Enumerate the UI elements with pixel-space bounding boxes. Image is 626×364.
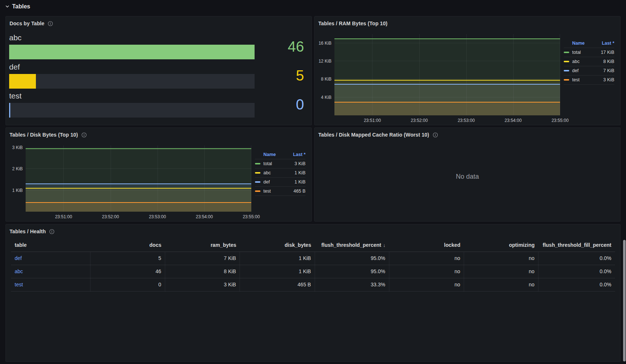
legend-row-test: test 3 KiB	[564, 75, 614, 85]
bar-value: 5	[255, 68, 304, 83]
bar-row-abc: abc 46	[9, 33, 304, 59]
panel-title[interactable]: Tables / Disk Bytes (Top 10)	[10, 132, 78, 138]
vertical-scrollbar-thumb[interactable]	[623, 240, 626, 361]
column-header-flush-threshold-percent[interactable]: flush_threshold_percent↓	[315, 241, 389, 252]
series-color-swatch	[564, 61, 569, 62]
cell-flush-threshold-fill-percent: 0.0%	[538, 252, 615, 265]
series-color-swatch	[564, 70, 569, 71]
legend-name-header[interactable]: Name	[263, 152, 293, 157]
panel-header: Tables / Disk Bytes (Top 10)	[6, 128, 311, 142]
info-icon[interactable]	[433, 132, 438, 138]
gridline	[26, 147, 251, 148]
bar-track	[9, 103, 255, 118]
cell-flush-threshold-percent: 95.0%	[315, 252, 389, 265]
bar-fill	[9, 103, 10, 118]
cell-docs: 46	[90, 265, 165, 278]
cell-flush-threshold-percent: 33.3%	[315, 278, 389, 291]
cell-disk-bytes: 1 KiB	[240, 252, 315, 265]
column-header-optimizing[interactable]: optimizing	[464, 241, 538, 252]
y-axis-tick: 16 KiB	[319, 41, 331, 46]
legend-row-def: def 1 KiB	[255, 178, 305, 187]
bar-track	[9, 74, 255, 89]
legend-row-abc: abc 1 KiB	[255, 168, 305, 178]
legend-name-header[interactable]: Name	[572, 41, 602, 46]
info-icon[interactable]	[81, 132, 87, 138]
column-header-disk-bytes[interactable]: disk_bytes	[240, 241, 315, 252]
y-axis-tick: 8 KiB	[321, 77, 331, 82]
legend-series-name[interactable]: total	[263, 161, 295, 166]
row-title: Tables	[12, 3, 30, 10]
panel-header: Docs by Table	[6, 16, 311, 30]
column-header-ram-bytes[interactable]: ram_bytes	[165, 241, 240, 252]
y-axis-tick: 3 KiB	[12, 145, 23, 150]
legend-series-value: 17 KiB	[601, 50, 614, 55]
legend-series-name[interactable]: total	[572, 50, 601, 55]
legend-row-def: def 7 KiB	[564, 66, 614, 75]
column-header-table[interactable]: table	[11, 241, 90, 252]
info-icon[interactable]	[48, 21, 53, 26]
legend-series-value: 1 KiB	[295, 179, 305, 185]
legend-last-header[interactable]: Last *	[602, 41, 614, 46]
panel-title[interactable]: Tables / Disk Mapped Cache Ratio (Worst …	[318, 132, 429, 138]
panel-disk-bytes: Tables / Disk Bytes (Top 10) 3 KiB 2 KiB…	[5, 127, 312, 222]
legend-header: Name Last *	[255, 150, 305, 159]
cell-optimizing: no	[464, 278, 538, 291]
legend-series-value: 8 KiB	[603, 59, 614, 64]
legend-header: Name Last *	[564, 39, 614, 48]
table-name-link[interactable]: abc	[15, 268, 23, 274]
table-row: abc 46 8 KiB 1 KiB 95.0% no no 0.0%	[11, 265, 615, 278]
panel-docs-by-table: Docs by Table abc 46 def 5	[5, 16, 312, 125]
series-area-test	[26, 202, 251, 212]
series-color-swatch	[564, 52, 569, 53]
legend-row-total: total 3 KiB	[255, 159, 305, 168]
plot-area[interactable]	[26, 145, 251, 212]
table-name-link[interactable]: test	[15, 282, 23, 287]
panel-title[interactable]: Docs by Table	[10, 21, 44, 26]
health-table: table docs ram_bytes disk_bytes flush_th…	[11, 241, 615, 291]
legend-series-name[interactable]: abc	[572, 59, 603, 64]
bar-track	[9, 45, 255, 59]
column-header-locked[interactable]: locked	[389, 241, 464, 252]
bar-label: test	[9, 92, 255, 100]
cell-locked: no	[389, 265, 464, 278]
x-axis-tick: 23:51:00	[364, 118, 381, 123]
legend-last-header[interactable]: Last *	[293, 152, 305, 157]
legend-series-name[interactable]: def	[572, 68, 603, 73]
x-axis-tick: 23:54:00	[196, 214, 213, 219]
table-row: test 0 3 KiB 465 B 33.3% no no 0.0%	[11, 278, 615, 291]
no-data-message: No data	[315, 142, 620, 221]
panel-title[interactable]: Tables / Health	[10, 229, 46, 234]
bar-row-test: test 0	[9, 92, 304, 118]
panel-header: Tables / RAM Bytes (Top 10)	[315, 16, 620, 30]
panel-header: Tables / Health	[6, 224, 620, 238]
legend-series-value: 3 KiB	[603, 77, 614, 82]
legend-series-name[interactable]: abc	[263, 170, 295, 175]
y-axis-tick: 2 KiB	[12, 166, 23, 171]
plot-area[interactable]	[334, 34, 560, 115]
legend-row-test: test 465 B	[255, 187, 305, 196]
table-name-link[interactable]: def	[15, 255, 22, 261]
info-icon[interactable]	[49, 229, 55, 234]
x-axis-tick: 23:51:00	[55, 214, 72, 219]
legend-series-name[interactable]: def	[263, 179, 295, 185]
bar-fill	[9, 74, 36, 89]
cell-ram-bytes: 7 KiB	[165, 252, 240, 265]
cell-flush-threshold-percent: 95.0%	[315, 265, 389, 278]
series-area-test	[334, 102, 560, 115]
legend-series-name[interactable]: test	[263, 189, 293, 194]
x-axis-tick: 23:52:00	[411, 118, 428, 123]
bar-gauge: abc 46 def 5 test 0	[6, 30, 311, 125]
series-color-swatch	[255, 181, 260, 183]
legend-series-name[interactable]: test	[572, 77, 603, 82]
sort-desc-icon: ↓	[383, 242, 386, 248]
legend-series-value: 465 B	[293, 189, 305, 194]
cell-docs: 0	[90, 278, 165, 291]
bar-value: 0	[255, 97, 304, 112]
panel-title[interactable]: Tables / RAM Bytes (Top 10)	[318, 21, 388, 26]
column-header-flush-threshold-fill-percent[interactable]: flush_threshold_fill_percent	[538, 241, 615, 252]
column-header-docs[interactable]: docs	[90, 241, 165, 252]
bar-row-def: def 5	[9, 63, 304, 89]
row-toggle-tables[interactable]: Tables	[5, 3, 30, 10]
bar-label: abc	[9, 33, 255, 42]
timeseries-disk: 3 KiB 2 KiB 1 KiB	[6, 142, 311, 221]
